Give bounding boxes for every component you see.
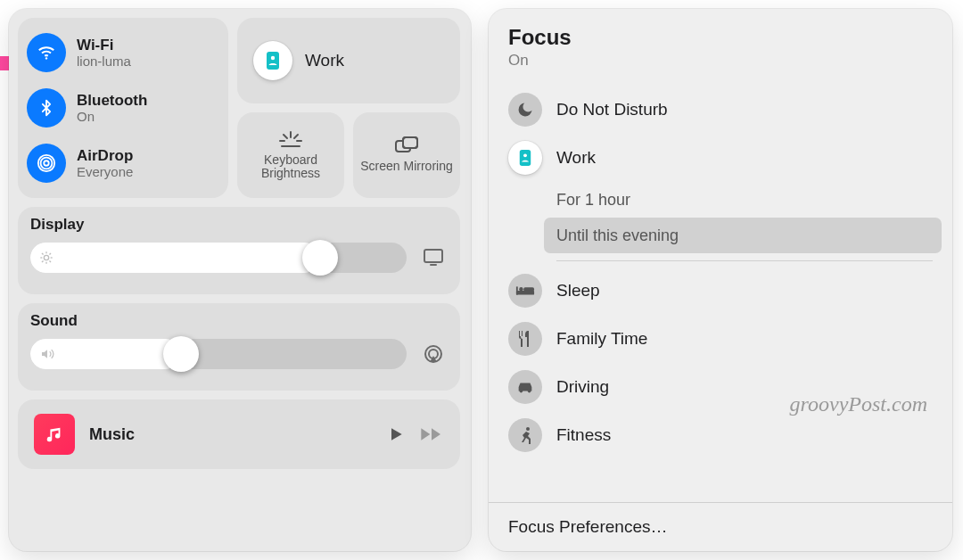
focus-tile[interactable]: Work (237, 18, 460, 103)
screen-mirroring-icon (395, 136, 418, 154)
svg-line-22 (42, 253, 44, 255)
focus-mode-dnd[interactable]: Do Not Disturb (489, 86, 952, 134)
music-tile[interactable]: Music (18, 399, 460, 469)
divider (556, 260, 933, 261)
display-slider[interactable] (30, 243, 407, 273)
sound-tile: Sound (18, 303, 460, 391)
focus-mode-label: Family Time (556, 329, 647, 349)
control-center-panel: Wi-Fi lion-luma Bluetooth On (9, 9, 471, 551)
svg-point-3 (44, 161, 49, 166)
screen-mirroring-label: Screen Mirroring (360, 160, 452, 173)
svg-rect-34 (520, 150, 531, 166)
focus-mode-work[interactable]: Work (489, 134, 952, 182)
focus-preferences-link[interactable]: Focus Preferences… (489, 502, 952, 551)
moon-icon (508, 93, 542, 127)
svg-line-25 (49, 253, 51, 255)
focus-sheet: Focus On Do Not Disturb Work For 1 hour … (489, 9, 952, 551)
focus-mode-label: Fitness (556, 425, 611, 445)
svg-marker-32 (421, 428, 430, 440)
focus-mode-label: Sleep (556, 281, 600, 301)
focus-tile-label: Work (305, 51, 344, 70)
badge-icon (508, 141, 542, 175)
bluetooth-label: Bluetooth (77, 92, 147, 110)
screen-mirroring-tile[interactable]: Screen Mirroring (353, 112, 460, 198)
bed-icon (508, 274, 542, 308)
badge-icon (253, 41, 292, 80)
airdrop-icon (27, 144, 66, 183)
car-icon (508, 370, 542, 404)
sound-title: Sound (30, 312, 448, 330)
monitor-icon[interactable] (419, 243, 448, 272)
duration-label: For 1 hour (556, 191, 630, 210)
focus-mode-family[interactable]: Family Time (489, 315, 952, 363)
focus-title: Focus (508, 25, 952, 50)
svg-line-10 (284, 135, 287, 138)
keyboard-brightness-tile[interactable]: Keyboard Brightness (237, 112, 344, 198)
svg-rect-6 (267, 52, 279, 70)
svg-point-17 (44, 255, 48, 259)
svg-point-41 (528, 390, 531, 393)
duration-label: Until this evening (556, 226, 679, 245)
music-app-icon (34, 414, 75, 455)
wifi-toggle[interactable]: Wi-Fi lion-luma (27, 26, 219, 79)
forward-icon[interactable] (419, 425, 444, 443)
speaker-icon (39, 347, 55, 361)
play-icon[interactable] (387, 425, 405, 443)
utensils-icon (508, 322, 542, 356)
svg-rect-15 (403, 137, 417, 148)
wifi-status: lion-luma (77, 54, 131, 69)
focus-mode-label: Driving (556, 377, 609, 397)
focus-duration-option-selected[interactable]: Until this evening (544, 218, 942, 253)
music-title: Music (89, 425, 373, 444)
airdrop-label: AirDrop (77, 147, 133, 165)
svg-point-2 (45, 57, 47, 59)
svg-rect-26 (424, 250, 442, 262)
focus-mode-sleep[interactable]: Sleep (489, 267, 952, 315)
sun-icon (39, 251, 54, 265)
bluetooth-icon (27, 88, 66, 128)
display-title: Display (30, 216, 448, 234)
bluetooth-toggle[interactable]: Bluetooth On (27, 81, 219, 135)
svg-point-7 (271, 56, 275, 60)
svg-marker-31 (391, 428, 402, 440)
watermark: groovyPost.com (790, 392, 927, 416)
keyboard-brightness-label: Keyboard Brightness (237, 153, 344, 181)
display-tile: Display (18, 207, 460, 294)
focus-state: On (508, 52, 952, 70)
airdrop-toggle[interactable]: AirDrop Everyone (27, 136, 219, 190)
svg-marker-33 (432, 428, 440, 440)
svg-point-42 (526, 427, 530, 431)
wifi-label: Wi-Fi (77, 37, 131, 54)
focus-duration-option[interactable]: For 1 hour (556, 182, 952, 218)
airdrop-status: Everyone (77, 164, 133, 179)
airplay-audio-icon[interactable] (419, 340, 448, 368)
svg-point-4 (41, 158, 53, 169)
svg-rect-37 (516, 286, 518, 294)
sound-slider[interactable] (30, 339, 407, 369)
svg-line-23 (49, 260, 51, 262)
svg-point-40 (520, 390, 523, 393)
svg-point-38 (519, 287, 523, 291)
svg-line-24 (42, 260, 44, 262)
svg-rect-39 (523, 287, 534, 292)
runner-icon (508, 418, 542, 452)
bluetooth-status: On (77, 109, 147, 124)
focus-preferences-label: Focus Preferences… (508, 517, 667, 536)
keyboard-brightness-icon (278, 130, 303, 148)
connectivity-tile: Wi-Fi lion-luma Bluetooth On (18, 18, 228, 198)
wifi-icon (27, 33, 66, 72)
svg-rect-27 (430, 264, 437, 266)
focus-mode-label: Work (556, 148, 596, 168)
focus-mode-fitness[interactable]: Fitness (489, 411, 952, 459)
svg-line-11 (294, 135, 298, 138)
svg-point-35 (523, 153, 527, 157)
focus-mode-label: Do Not Disturb (556, 100, 668, 119)
